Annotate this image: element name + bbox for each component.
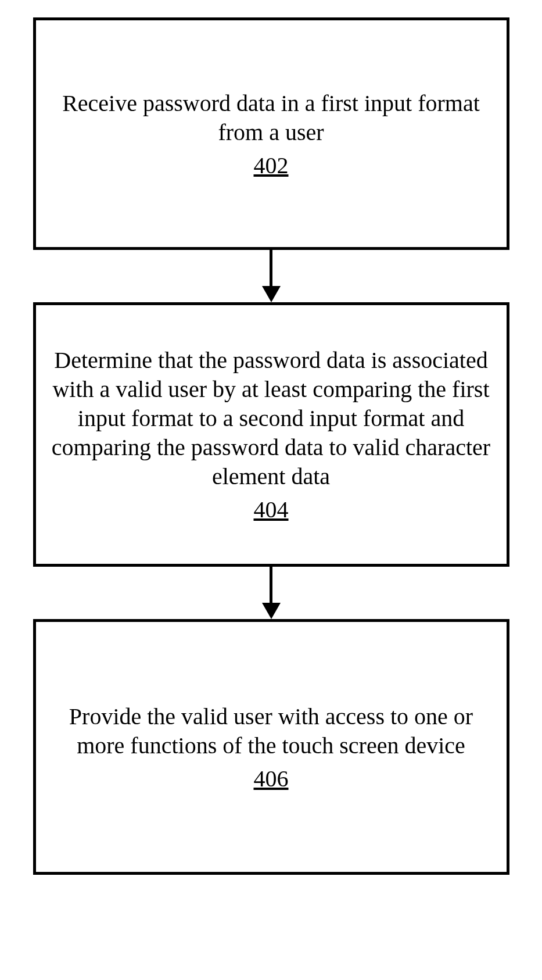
step-text: Provide the valid user with access to on… [53, 702, 489, 760]
step-box-402: Receive password data in a first input f… [33, 17, 509, 250]
arrow-icon [262, 567, 281, 619]
arrow-icon [262, 250, 281, 302]
step-text: Determine that the password data is asso… [49, 346, 494, 491]
step-box-404: Determine that the password data is asso… [33, 302, 509, 567]
flowchart: Receive password data in a first input f… [33, 17, 509, 875]
step-text: Receive password data in a first input f… [53, 89, 489, 147]
step-ref: 406 [254, 765, 289, 792]
step-ref: 404 [254, 496, 289, 523]
step-ref: 402 [254, 152, 289, 179]
step-box-406: Provide the valid user with access to on… [33, 619, 509, 875]
